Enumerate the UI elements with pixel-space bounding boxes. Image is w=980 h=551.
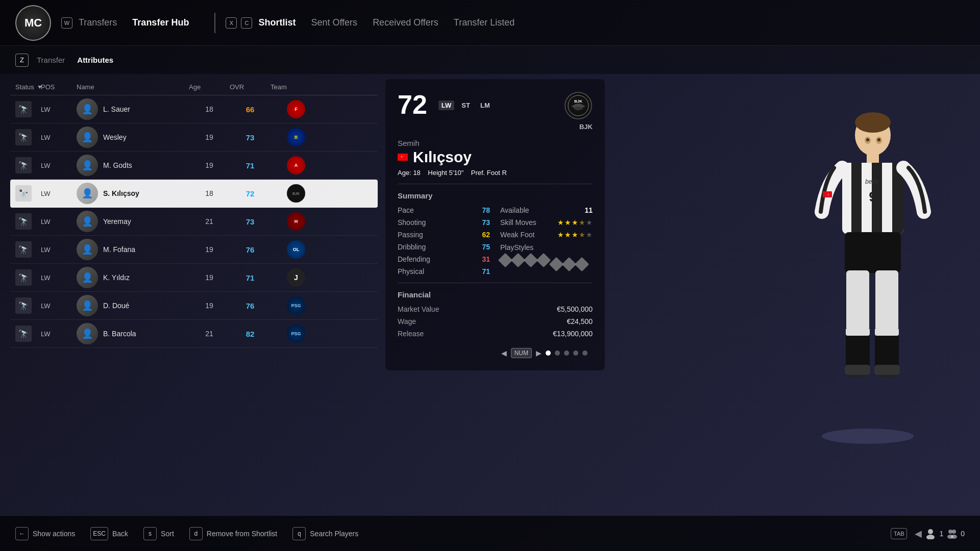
table-row[interactable]: 🔭 LW 👤 B. Barcola 21 82 PSG — [10, 320, 378, 348]
team-badge: H — [287, 212, 305, 231]
team-badge: A — [287, 156, 305, 174]
svg-point-30 — [928, 529, 933, 534]
team-badge: J — [287, 268, 305, 287]
player-name-cell: 👤 D. Doué — [77, 295, 189, 316]
dot-4[interactable] — [573, 350, 578, 356]
table-row[interactable]: 🔭 LW 👤 S. Kılıçsoy 18 72 BJK — [10, 180, 378, 208]
avatar: 👤 — [77, 295, 98, 316]
svg-rect-13 — [875, 270, 898, 332]
table-row[interactable]: 🔭 LW 👤 Wesley 19 73 B — [10, 123, 378, 152]
club-info: BJK BJK — [564, 91, 593, 131]
stat-passing-value: 62 — [482, 231, 490, 239]
player-name: B. Barcola — [103, 330, 136, 338]
svg-rect-15 — [846, 328, 870, 336]
club-badge: BJK — [564, 91, 593, 120]
financial-section: Financial Market Value €5,500,000 Wage €… — [398, 290, 593, 338]
financial-market-value: Market Value €5,500,000 — [398, 305, 593, 313]
diamond-icon — [536, 253, 551, 267]
table-row[interactable]: 🔭 LW 👤 M. Fofana 19 76 OL — [10, 236, 378, 264]
svg-point-31 — [926, 535, 935, 539]
player-name-cell: 👤 M. Godts — [77, 155, 189, 176]
group-icon — [946, 528, 958, 539]
player-age: 19 — [189, 245, 230, 254]
player-positions: LW ST LM — [438, 101, 493, 110]
scout-icon: 🔭 — [15, 269, 32, 286]
remove-shortlist-action[interactable]: d Remove from Shortlist — [189, 527, 277, 540]
dot-2[interactable] — [555, 350, 560, 356]
nav-transfer-hub[interactable]: Transfer Hub — [132, 15, 189, 31]
nav-shortlist[interactable]: Shortlist — [258, 15, 296, 31]
table-row[interactable]: 🔭 LW 👤 D. Doué 19 76 PSG — [10, 292, 378, 320]
market-value-amount: €5,500,000 — [557, 305, 593, 313]
top-nav: MC W Transfers Transfer Hub X C Shortlis… — [0, 0, 980, 46]
header-status: Status — [15, 83, 41, 91]
svg-rect-8 — [851, 163, 862, 234]
app-logo[interactable]: MC — [15, 5, 51, 41]
pagination-prev[interactable]: ◀ — [501, 349, 507, 357]
player-age: 19 — [189, 133, 230, 141]
nav-transfer-listed[interactable]: Transfer Listed — [454, 15, 514, 31]
bottom-bar: ← Show actions ESC Back s Sort d Remove … — [0, 515, 980, 551]
scout-icon: 🔭 — [15, 297, 32, 314]
diamond-icon — [511, 253, 525, 267]
back-action[interactable]: ESC Back — [90, 527, 128, 540]
pagination-next[interactable]: ▶ — [536, 349, 542, 357]
svg-point-3 — [822, 429, 914, 444]
header-team: Team — [271, 83, 322, 91]
table-row[interactable]: 🔭 LW 👤 K. Yıldız 19 71 J — [10, 264, 378, 292]
remove-key: d — [189, 527, 203, 540]
skill-moves-stars: ★ ★ ★ ★ ★ — [557, 218, 593, 227]
nav-sent-offers[interactable]: Sent Offers — [311, 15, 357, 31]
table-row[interactable]: 🔭 LW 👤 M. Godts 19 71 A — [10, 152, 378, 180]
player-name-cell: 👤 L. Sauer — [77, 98, 189, 120]
scout-icon: 🔭 — [15, 101, 32, 117]
financial-title: Financial — [398, 290, 593, 299]
stat-dribbling: Dribbling 75 — [398, 243, 490, 251]
team-badge: BJK — [287, 184, 305, 203]
search-players-action[interactable]: q Search Players — [292, 527, 358, 540]
dot-5[interactable] — [582, 350, 587, 356]
svg-text:beko: beko — [865, 178, 878, 185]
player-name: K. Yıldız — [103, 273, 130, 282]
nav-transfers[interactable]: Transfers — [79, 15, 117, 31]
key-x-badge: X — [226, 17, 237, 29]
player-ovr: 72 — [230, 189, 271, 198]
player-pos: LW — [41, 274, 77, 282]
dot-3[interactable] — [564, 350, 569, 356]
nav-indicator: ◀ 1 0 — [915, 528, 965, 539]
table-row[interactable]: 🔭 LW 👤 L. Sauer 18 66 F — [10, 95, 378, 123]
stat-pace: Pace 78 — [398, 206, 490, 214]
tab-attributes[interactable]: Attributes — [77, 56, 113, 64]
avatar: 👤 — [77, 211, 98, 232]
scout-icon: 🔭 — [15, 325, 32, 342]
player-age: 19 — [189, 161, 230, 169]
player-ovr: 76 — [230, 302, 271, 310]
stats-grid: Pace 78 Shooting 73 Passing 62 Dribbling… — [398, 206, 593, 276]
counter-2: 0 — [961, 530, 965, 538]
release-amount: €13,900,000 — [553, 330, 593, 338]
player-name-cell: 👤 S. Kılıçsoy — [77, 183, 189, 204]
player-ovr: 76 — [230, 245, 271, 254]
avatar: 👤 — [77, 267, 98, 288]
counter-2-group: 0 — [946, 528, 965, 539]
player-pos: LW — [41, 330, 77, 338]
tab-transfer[interactable]: Transfer — [37, 56, 65, 64]
player-ovr: 66 — [230, 105, 271, 114]
stat-physical: Physical 71 — [398, 267, 490, 276]
nav-received-offers[interactable]: Received Offers — [373, 15, 438, 31]
player-name: S. Kılıçsoy — [103, 189, 139, 197]
avatar: 👤 — [77, 323, 98, 344]
player-detail-panel: 72 LW ST LM BJK — [385, 79, 605, 370]
player-name-cell: 👤 B. Barcola — [77, 323, 189, 344]
wage-amount: €24,500 — [567, 317, 593, 325]
sort-action[interactable]: s Sort — [143, 527, 174, 540]
dot-1[interactable] — [546, 350, 551, 356]
sort-label: Sort — [161, 530, 174, 538]
player-name-cell: 👤 Wesley — [77, 127, 189, 148]
diamond-icon — [549, 257, 564, 271]
svg-point-33 — [952, 530, 956, 534]
scout-icon: 🔭 — [15, 241, 32, 258]
show-actions-action[interactable]: ← Show actions — [15, 527, 75, 540]
table-row[interactable]: 🔭 LW 👤 Yeremay 21 73 H — [10, 208, 378, 236]
player-pos: LW — [41, 218, 77, 226]
